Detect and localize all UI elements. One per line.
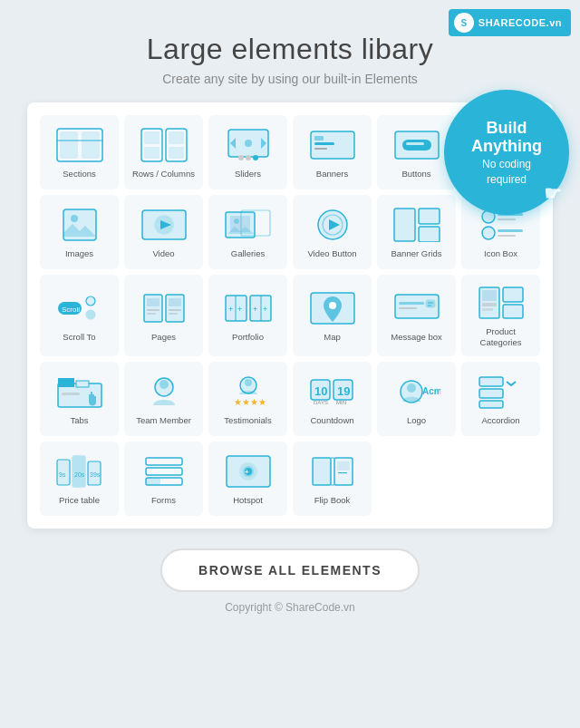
svg-rect-57 (147, 309, 160, 311)
element-testimonials[interactable]: ★★★★ Testimonials (208, 362, 287, 436)
brand-label: SHARECODE.vn (478, 17, 562, 28)
cursor-icon: ☛ (544, 182, 562, 206)
svg-point-51 (86, 296, 95, 306)
svg-point-11 (245, 140, 252, 147)
scroll-to-icon: Scroll to (55, 289, 104, 327)
svg-rect-86 (62, 393, 80, 395)
svg-rect-8 (169, 131, 184, 144)
rows-columns-icon (140, 126, 188, 164)
element-rows-columns[interactable]: Rows / Columns (124, 115, 203, 189)
svg-rect-2 (82, 131, 100, 159)
element-price-table[interactable]: 9s 20s 39s Price table (40, 442, 119, 516)
svg-rect-79 (503, 305, 523, 318)
element-scroll-to[interactable]: Scroll to Scroll To (40, 275, 119, 356)
svg-point-70 (329, 302, 336, 309)
element-sections[interactable]: Sections (40, 115, 119, 189)
map-icon (308, 289, 357, 327)
svg-point-13 (246, 155, 251, 160)
svg-text:+: + (228, 305, 233, 314)
testimonials-icon: ★★★★ (224, 373, 273, 411)
svg-rect-42 (419, 227, 440, 242)
video-icon (140, 206, 188, 244)
banner-grids-icon (392, 206, 441, 244)
element-galleries[interactable]: Galleries (208, 195, 287, 269)
accordion-label: Accordion (481, 415, 519, 426)
svg-point-88 (160, 380, 169, 389)
copyright-text: Copyright © ShareCode.vn (225, 601, 355, 614)
svg-text:19: 19 (337, 384, 350, 398)
empty1-icon (392, 458, 441, 496)
build-anything-badge: Build Anything No coding required ☛ (444, 90, 569, 215)
portfolio-icon: + + + + (224, 289, 273, 327)
svg-rect-124 (337, 461, 350, 471)
forms-icon (140, 452, 188, 490)
banners-label: Banners (316, 169, 348, 180)
svg-rect-85 (76, 381, 89, 387)
element-accordion[interactable]: Accordion (461, 362, 540, 436)
svg-rect-78 (503, 287, 523, 302)
browse-section: BROWSE ALL ELEMENTS (0, 548, 580, 592)
price-table-label: Price table (59, 495, 100, 506)
svg-point-12 (253, 155, 258, 160)
element-pages[interactable]: Pages (124, 275, 203, 356)
galleries-icon (224, 206, 273, 244)
logo-icon: S (454, 13, 474, 33)
svg-rect-56 (169, 298, 181, 306)
svg-rect-113 (146, 478, 160, 485)
svg-point-46 (482, 227, 495, 239)
copyright-section: Copyright © ShareCode.vn (0, 601, 580, 628)
svg-rect-47 (498, 229, 523, 232)
svg-text:+: + (263, 305, 267, 314)
element-banner-grids[interactable]: Banner Grids (377, 195, 456, 269)
svg-rect-19 (314, 148, 327, 150)
sections-icon (55, 126, 104, 164)
element-portfolio[interactable]: + + + + Portfolio (208, 275, 287, 356)
countdown-icon: 10 19 DAYS MIN (308, 373, 357, 411)
svg-text:MIN: MIN (336, 400, 346, 405)
team-member-icon (140, 373, 188, 411)
element-product-categories[interactable]: Product Categories (461, 275, 540, 356)
svg-rect-6 (144, 131, 160, 144)
element-countdown[interactable]: 10 19 DAYS MIN Countdown (293, 362, 372, 436)
element-logo[interactable]: Acme Logo (377, 362, 456, 436)
browse-all-elements-button[interactable]: BROWSE ALL ELEMENTS (160, 548, 420, 592)
svg-rect-41 (419, 209, 440, 224)
element-hotspot[interactable]: + Hotspot (208, 442, 287, 516)
element-empty1 (377, 442, 456, 516)
element-video[interactable]: Video (124, 195, 203, 269)
element-team-member[interactable]: Team Member (124, 362, 203, 436)
sections-label: Sections (63, 169, 95, 180)
video-label: Video (152, 248, 174, 259)
forms-label: Forms (151, 495, 176, 506)
svg-text:★★★★: ★★★★ (234, 397, 266, 407)
sliders-icon (224, 126, 273, 164)
element-video-button[interactable]: Video Button (293, 195, 372, 269)
svg-rect-40 (394, 209, 415, 241)
svg-rect-58 (147, 313, 156, 315)
element-message-box[interactable]: Message box (377, 275, 456, 356)
element-images[interactable]: Images (40, 195, 119, 269)
svg-rect-73 (399, 307, 417, 309)
svg-rect-103 (479, 401, 503, 408)
product-categories-icon (477, 284, 526, 322)
flip-book-label: Flip Book (314, 495, 351, 506)
svg-rect-84 (58, 378, 74, 387)
element-tabs[interactable]: Tabs (40, 362, 119, 436)
element-flip-book[interactable]: — Flip Book (293, 442, 372, 516)
element-banners[interactable]: Banners (293, 115, 372, 189)
team-member-label: Team Member (136, 415, 191, 426)
element-sliders[interactable]: Sliders (208, 115, 287, 189)
svg-text:39s: 39s (90, 471, 101, 478)
scroll-to-label: Scroll To (63, 332, 95, 343)
badge-line2: Anything (471, 137, 542, 157)
svg-text:+: + (253, 305, 257, 314)
svg-rect-48 (498, 235, 516, 237)
element-forms[interactable]: Forms (124, 442, 203, 516)
hotspot-icon: + (224, 452, 273, 490)
svg-rect-45 (498, 218, 516, 220)
svg-rect-82 (482, 308, 493, 311)
element-map[interactable]: Map (293, 275, 372, 356)
price-table-icon: 9s 20s 39s (55, 452, 104, 490)
badge-line4: required (487, 173, 527, 186)
buttons-label: Buttons (401, 169, 430, 180)
